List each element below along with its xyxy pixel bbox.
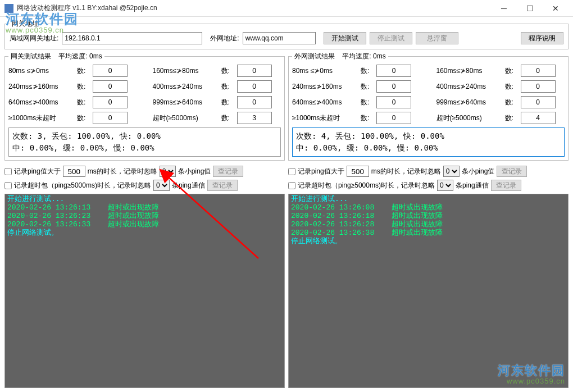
right-metric-0: 80ms ≤≯0ms数:0 (292, 65, 421, 77)
start-button[interactable]: 开始测试 (324, 32, 366, 44)
left-log-line: 停止网络测试。 (7, 229, 282, 238)
left-opt1-select[interactable]: 0 (160, 166, 176, 177)
left-legend-text: 网关测试结果 (11, 52, 51, 60)
left-opt2-btn[interactable]: 查记录 (207, 180, 238, 191)
lan-input[interactable] (62, 32, 202, 44)
left-metric-4: 640ms≤≯400ms数:0 (8, 96, 137, 108)
metric-label: 160ms≤≯80ms (436, 67, 502, 75)
metric-count-label: 数: (221, 82, 234, 92)
right-opt1-check[interactable] (288, 168, 295, 175)
metric-count-label: 数: (77, 66, 89, 76)
minimize-button[interactable]: ─ (491, 0, 517, 17)
right-metric-5: 999ms≤≯640ms数:0 (436, 96, 565, 108)
metric-count-label: 数: (505, 82, 517, 92)
metric-label: ≥1000ms未超时 (292, 113, 357, 123)
left-opt2-a: 记录超时包（ping≥5000ms)时长，记录时忽略 (14, 181, 151, 190)
titlebar: 网络波动检测程序 v1.1 BY:xdahai @52pojie.cn ─ ☐ … (0, 0, 573, 17)
left-opt1-row: 记录ping值大于 ms的时长，记录时忽略 0 条小ping值 查记录 (4, 166, 285, 177)
left-metric-7: 超时(≥5000ms)数:3 (153, 112, 281, 124)
content: 网关地址 局域网网关地址: 外网地址: 开始测试 停止测试 悬浮窗 程序说明 网… (0, 17, 573, 392)
stop-button[interactable]: 停止测试 (370, 32, 412, 44)
metric-value: 0 (237, 65, 272, 77)
right-opt2-check[interactable] (288, 182, 295, 189)
lan-label: 局域网网关地址: (10, 34, 58, 43)
left-log[interactable]: 开始进行测试...2020-02-26 13:26:13 超时或出现故障2020… (4, 194, 285, 388)
left-opt2-select[interactable]: 0 (153, 180, 170, 191)
right-opt2-select[interactable]: 0 (437, 180, 453, 191)
right-metric-6: ≥1000ms未超时数:0 (292, 112, 421, 124)
left-avg-value: 0ms (89, 52, 102, 60)
metric-value: 0 (376, 65, 411, 77)
metric-value: 0 (521, 80, 556, 93)
right-metric-7: 超时(≥5000ms)数:4 (436, 112, 565, 124)
metric-count-label: 数: (77, 82, 89, 92)
left-opt1-input[interactable] (63, 166, 85, 177)
left-log-line: 2020-02-26 13:26:33 超时或出现故障 (7, 221, 282, 229)
metric-count-label: 数: (361, 66, 373, 76)
left-opt1-a: 记录ping值大于 (14, 167, 61, 176)
right-log-line: 停止网络测试。 (291, 238, 566, 246)
right-opt1-btn[interactable]: 查记录 (497, 166, 527, 177)
metric-value: 0 (237, 96, 272, 108)
metric-label: 640ms≤≯400ms (8, 98, 74, 106)
metric-value: 0 (521, 96, 556, 108)
left-metric-1: 160ms≤≯80ms数:0 (153, 65, 281, 77)
metric-label: 400ms≤≯240ms (153, 83, 218, 90)
left-opt2-row: 记录超时包（ping≥5000ms)时长，记录时忽略 0 条ping通信 查记录 (4, 180, 285, 191)
right-metric-3: 400ms≤≯240ms数:0 (436, 80, 565, 93)
metric-count-label: 数: (77, 113, 89, 123)
app-icon (4, 4, 13, 13)
metric-label: 240ms≤≯160ms (292, 83, 357, 90)
metric-value: 0 (93, 80, 128, 93)
left-results-group: 网关测试结果 平均速度: 0ms 80ms ≤≯0ms数:0160ms≤≯80m… (4, 52, 285, 161)
metric-value: 4 (521, 112, 556, 124)
metric-count-label: 数: (361, 113, 373, 123)
right-log[interactable]: 开始进行测试...2020-02-26 13:26:08 超时或出现故障2020… (288, 194, 569, 388)
right-opt2-btn[interactable]: 查记录 (491, 180, 521, 191)
right-avg-value: 0ms (373, 52, 386, 60)
left-opt2-check[interactable] (4, 182, 12, 189)
metric-label: 超时(≥5000ms) (436, 113, 502, 123)
right-opt1-select[interactable]: 0 (443, 166, 460, 177)
left-summary-2: 中: 0.00%, 缓: 0.00%, 慢: 0.00% (12, 142, 277, 154)
left-panel: 网关测试结果 平均速度: 0ms 80ms ≤≯0ms数:0160ms≤≯80m… (4, 52, 285, 388)
left-metric-6: ≥1000ms未超时数:0 (8, 112, 137, 124)
right-log-line: 2020-02-26 13:26:08 超时或出现故障 (291, 204, 566, 212)
right-log-line: 2020-02-26 13:26:28 超时或出现故障 (291, 221, 566, 229)
wan-label: 外网地址: (210, 34, 239, 43)
right-opt1-a: 记录ping值大于 (298, 167, 344, 176)
left-opt1-check[interactable] (4, 168, 12, 175)
right-log-line: 2020-02-26 13:26:18 超时或出现故障 (291, 212, 566, 221)
metric-value: 0 (93, 96, 128, 108)
metric-label: 超时(≥5000ms) (153, 113, 218, 123)
float-button[interactable]: 悬浮窗 (416, 32, 458, 44)
metric-count-label: 数: (221, 113, 234, 123)
left-avg-label: 平均速度: (58, 52, 87, 60)
metric-count-label: 数: (77, 98, 89, 107)
right-summary-2: 中: 0.00%, 缓: 0.00%, 慢: 0.00% (296, 142, 561, 154)
left-opt1-btn[interactable]: 查记录 (213, 166, 243, 177)
maximize-button[interactable]: ☐ (517, 0, 543, 17)
metric-value: 0 (376, 112, 411, 124)
left-summary: 次数: 3, 丢包: 100.00%, 快: 0.00% 中: 0.00%, 缓… (8, 127, 281, 157)
gateway-address-group: 网关地址 局域网网关地址: 外网地址: 开始测试 停止测试 悬浮窗 程序说明 (4, 19, 569, 49)
wan-input[interactable] (243, 32, 316, 44)
close-button[interactable]: ✕ (543, 0, 569, 17)
left-opt1-b: ms的时长，记录时忽略 (88, 167, 157, 176)
right-opt1-input[interactable] (347, 166, 369, 177)
metric-label: ≥1000ms未超时 (8, 113, 74, 123)
metric-count-label: 数: (221, 66, 234, 76)
right-results-group: 外网测试结果 平均速度: 0ms 80ms ≤≯0ms数:0160ms≤≯80m… (288, 52, 569, 161)
help-button[interactable]: 程序说明 (521, 32, 563, 44)
left-opt2-b: 条ping通信 (172, 181, 205, 190)
left-summary-1: 次数: 3, 丢包: 100.00%, 快: 0.00% (12, 130, 277, 142)
metric-label: 160ms≤≯80ms (153, 67, 218, 75)
metric-value: 0 (93, 112, 128, 124)
right-log-line: 开始进行测试... (291, 195, 566, 204)
right-legend: 外网测试结果 平均速度: 0ms (292, 52, 388, 61)
left-legend: 网关测试结果 平均速度: 0ms (8, 52, 104, 61)
metric-count-label: 数: (505, 66, 517, 76)
metric-value: 0 (237, 80, 272, 93)
left-metric-2: 240ms≤≯160ms数:0 (8, 80, 137, 93)
right-log-line: 2020-02-26 13:26:38 超时或出现故障 (291, 229, 566, 238)
